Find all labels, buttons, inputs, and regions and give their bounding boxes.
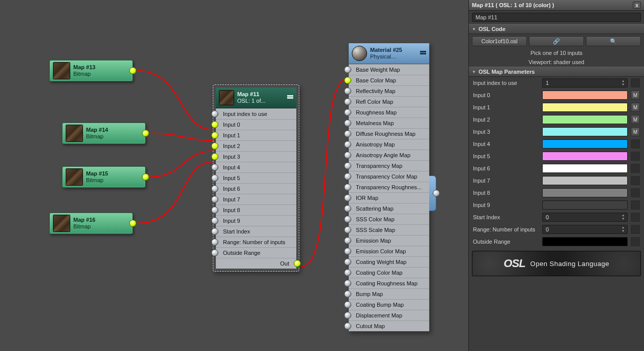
node-bitmap-map15[interactable]: Map #15 Bitmap xyxy=(62,166,146,188)
node-bitmap-map13[interactable]: Map #13 Bitmap xyxy=(49,60,133,81)
node-osl-map11-selected[interactable]: Map #11 OSL: 1 of... Input index to useI… xyxy=(213,84,299,272)
spinner-range[interactable]: 0 ▲▼ xyxy=(542,225,628,234)
map-slot-button[interactable]: M xyxy=(631,91,640,100)
output-port[interactable] xyxy=(142,173,149,181)
output-label: Out xyxy=(280,260,289,267)
input-port[interactable] xyxy=(344,323,351,330)
node-material-25[interactable]: Material #25 Physical… Base Weight MapBa… xyxy=(348,43,430,332)
input-port[interactable] xyxy=(344,226,351,233)
input-port[interactable] xyxy=(211,239,218,246)
input-port[interactable] xyxy=(344,269,351,276)
spinner-input-index[interactable]: 1 ▲▼ xyxy=(542,78,628,87)
map-slot-button[interactable] xyxy=(631,152,640,161)
spinner-arrows-icon[interactable]: ▲▼ xyxy=(620,79,626,86)
map-slot-button[interactable] xyxy=(631,200,640,210)
input-port[interactable] xyxy=(344,87,351,95)
menu-icon[interactable] xyxy=(287,97,293,99)
input-port[interactable] xyxy=(344,77,351,84)
color-swatch[interactable] xyxy=(542,152,628,161)
input-port[interactable] xyxy=(211,228,218,235)
color-swatch[interactable] xyxy=(542,91,628,100)
panel-titlebar[interactable]: Map #11 ( OSL: 1 of 10 (color) ) x xyxy=(469,0,644,11)
color-swatch[interactable] xyxy=(542,200,628,210)
input-port[interactable] xyxy=(344,98,351,105)
input-port[interactable] xyxy=(344,216,351,223)
spinner-start-index[interactable]: 0 ▲▼ xyxy=(542,213,628,222)
spinner-arrows-icon[interactable]: ▲▼ xyxy=(620,226,626,233)
map-name-input[interactable] xyxy=(472,13,641,22)
search-button[interactable]: 🔍 xyxy=(586,36,641,46)
color-swatch[interactable] xyxy=(542,164,628,173)
input-port[interactable] xyxy=(344,130,351,137)
map-slot-button[interactable] xyxy=(631,225,640,234)
color-swatch[interactable] xyxy=(542,103,628,112)
input-port[interactable] xyxy=(344,301,351,308)
output-port[interactable] xyxy=(294,260,301,267)
node-bitmap-map14[interactable]: Map #14 Bitmap xyxy=(62,123,146,144)
input-port[interactable] xyxy=(344,280,351,287)
input-port[interactable] xyxy=(211,142,218,150)
input-port[interactable] xyxy=(344,290,351,298)
input-port[interactable] xyxy=(211,207,218,214)
input-port[interactable] xyxy=(211,217,218,224)
input-port[interactable] xyxy=(344,194,351,201)
input-port[interactable] xyxy=(344,141,351,148)
node-graph-canvas[interactable]: Map #13 Bitmap Map #14 Bitmap Map #15 Bi… xyxy=(0,0,468,351)
map-slot-button[interactable] xyxy=(631,164,640,173)
node-input-row: Displacement Map xyxy=(349,310,429,320)
color-swatch[interactable] xyxy=(542,139,628,149)
link-button[interactable]: 🔗 xyxy=(529,36,584,46)
input-port[interactable] xyxy=(344,248,351,255)
map-slot-button[interactable] xyxy=(631,139,640,149)
osl-file-button[interactable]: Color1of10.osl xyxy=(472,36,527,46)
input-port[interactable] xyxy=(211,249,218,256)
color-swatch-outside[interactable] xyxy=(542,237,628,246)
close-button[interactable]: x xyxy=(633,2,641,9)
input-label: Emission Color Map xyxy=(356,248,406,254)
menu-icon[interactable] xyxy=(420,53,426,54)
input-port[interactable] xyxy=(344,258,351,266)
map-slot-button[interactable]: M xyxy=(631,115,640,124)
output-port[interactable] xyxy=(142,130,149,137)
section-header-oslcode[interactable]: OSL Code xyxy=(469,24,644,34)
osl-banner: OSL Open Shading Language xyxy=(472,251,641,276)
output-port[interactable] xyxy=(433,190,440,197)
input-port[interactable] xyxy=(344,120,351,127)
section-header-params[interactable]: OSL Map Parameters xyxy=(469,67,644,77)
map-slot-button[interactable]: M xyxy=(631,103,640,112)
node-header[interactable]: Map #11 OSL: 1 of... xyxy=(216,87,296,108)
node-bitmap-map16[interactable]: Map #16 Bitmap xyxy=(49,213,133,234)
input-port[interactable] xyxy=(211,132,218,139)
input-port[interactable] xyxy=(344,162,351,169)
node-header[interactable]: Material #25 Physical… xyxy=(349,43,429,64)
input-port[interactable] xyxy=(211,174,218,182)
map-slot-button[interactable] xyxy=(631,237,640,246)
color-swatch[interactable] xyxy=(542,176,628,185)
input-port[interactable] xyxy=(211,164,218,171)
input-port[interactable] xyxy=(344,152,351,159)
color-swatch[interactable] xyxy=(542,188,628,197)
output-port[interactable] xyxy=(129,67,136,74)
map-slot-button[interactable] xyxy=(631,213,640,222)
input-port[interactable] xyxy=(344,312,351,319)
input-port[interactable] xyxy=(211,185,218,192)
input-port[interactable] xyxy=(344,109,351,116)
input-port[interactable] xyxy=(344,66,351,73)
input-port[interactable] xyxy=(211,110,218,118)
input-port[interactable] xyxy=(344,184,351,191)
color-swatch[interactable] xyxy=(542,115,628,124)
map-slot-button[interactable] xyxy=(631,188,640,197)
input-port[interactable] xyxy=(211,121,218,128)
output-port[interactable] xyxy=(129,220,136,227)
input-port[interactable] xyxy=(211,153,218,160)
input-port[interactable] xyxy=(344,205,351,212)
map-slot-button[interactable]: M xyxy=(631,127,640,136)
input-port[interactable] xyxy=(211,196,218,203)
spinner-arrows-icon[interactable]: ▲▼ xyxy=(620,214,626,221)
input-port[interactable] xyxy=(344,237,351,244)
map-slot-button[interactable] xyxy=(631,78,640,87)
input-port[interactable] xyxy=(344,173,351,180)
map-slot-button[interactable] xyxy=(631,176,640,185)
param-label: Input 5 xyxy=(473,153,539,159)
color-swatch[interactable] xyxy=(542,127,628,136)
